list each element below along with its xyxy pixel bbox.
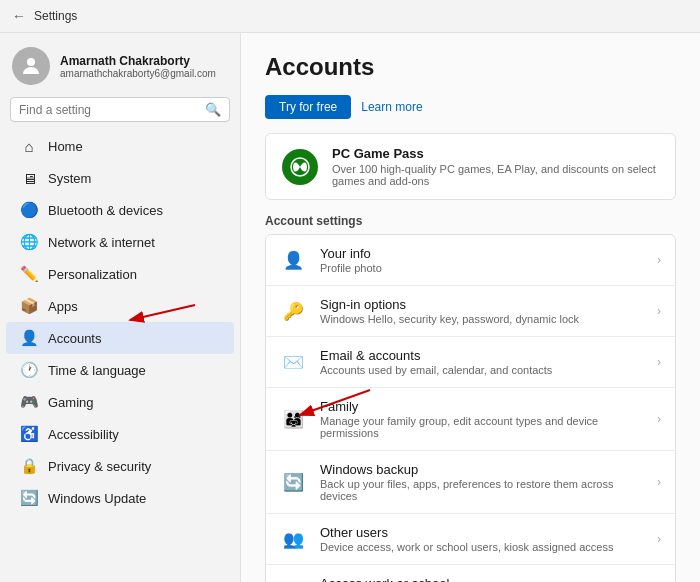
otherusers-description: Device access, work or school users, kio… xyxy=(320,541,613,553)
signin-chevron: › xyxy=(657,304,661,318)
system-icon: 🖥 xyxy=(20,169,38,187)
windowsupdate-icon: 🔄 xyxy=(20,489,38,507)
time-icon: 🕐 xyxy=(20,361,38,379)
settings-item-yourinfo[interactable]: 👤 Your info Profile photo › xyxy=(266,235,675,286)
search-input[interactable] xyxy=(19,103,199,117)
sidebar-item-bluetooth[interactable]: 🔵 Bluetooth & devices xyxy=(6,194,234,226)
backup-icon: 🔄 xyxy=(280,469,306,495)
user-email: amarnathchakraborty6@gmail.com xyxy=(60,68,216,79)
settings-item-otherusers[interactable]: 👥 Other users Device access, work or sch… xyxy=(266,514,675,565)
sidebar-item-apps[interactable]: 📦 Apps xyxy=(6,290,234,322)
family-description: Manage your family group, edit account t… xyxy=(320,415,643,439)
page-title: Accounts xyxy=(265,53,676,81)
sidebar-item-label-windowsupdate: Windows Update xyxy=(48,491,146,506)
title-bar-label: Settings xyxy=(34,9,77,23)
backup-chevron: › xyxy=(657,475,661,489)
sidebar-item-label-bluetooth: Bluetooth & devices xyxy=(48,203,163,218)
settings-list: 👤 Your info Profile photo › 🔑 Sign-in op… xyxy=(265,234,676,582)
settings-item-signin[interactable]: 🔑 Sign-in options Windows Hello, securit… xyxy=(266,286,675,337)
work-icon: 💼 xyxy=(280,577,306,582)
back-button[interactable]: ← xyxy=(12,8,26,24)
backup-description: Back up your files, apps, preferences to… xyxy=(320,478,643,502)
email-icon: ✉️ xyxy=(280,349,306,375)
network-icon: 🌐 xyxy=(20,233,38,251)
avatar xyxy=(12,47,50,85)
sidebar-item-label-apps: Apps xyxy=(48,299,78,314)
settings-item-work[interactable]: 💼 Access work or school Organization res… xyxy=(266,565,675,582)
sidebar-item-privacy[interactable]: 🔒 Privacy & security xyxy=(6,450,234,482)
try-for-free-button[interactable]: Try for free xyxy=(265,95,351,119)
sidebar-item-network[interactable]: 🌐 Network & internet xyxy=(6,226,234,258)
search-icon: 🔍 xyxy=(205,102,221,117)
sidebar-item-label-privacy: Privacy & security xyxy=(48,459,151,474)
yourinfo-chevron: › xyxy=(657,253,661,267)
yourinfo-description: Profile photo xyxy=(320,262,382,274)
promo-actions: Try for free Learn more xyxy=(265,95,676,119)
yourinfo-title: Your info xyxy=(320,246,382,261)
sidebar-item-label-home: Home xyxy=(48,139,83,154)
otherusers-title: Other users xyxy=(320,525,613,540)
yourinfo-icon: 👤 xyxy=(280,247,306,273)
gaming-icon: 🎮 xyxy=(20,393,38,411)
settings-item-backup[interactable]: 🔄 Windows backup Back up your files, app… xyxy=(266,451,675,514)
sidebar: Amarnath Chakraborty amarnathchakraborty… xyxy=(0,33,240,582)
sidebar-item-gaming[interactable]: 🎮 Gaming xyxy=(6,386,234,418)
accounts-icon: 👤 xyxy=(20,329,38,347)
settings-item-email[interactable]: ✉️ Email & accounts Accounts used by ema… xyxy=(266,337,675,388)
sidebar-item-accounts[interactable]: 👤 Accounts xyxy=(6,322,234,354)
sidebar-item-label-network: Network & internet xyxy=(48,235,155,250)
title-bar: ← Settings xyxy=(0,0,700,33)
sidebar-item-accessibility[interactable]: ♿ Accessibility xyxy=(6,418,234,450)
accessibility-icon: ♿ xyxy=(20,425,38,443)
sidebar-item-label-personalization: Personalization xyxy=(48,267,137,282)
xbox-icon xyxy=(282,149,318,185)
family-chevron: › xyxy=(657,412,661,426)
family-title: Family xyxy=(320,399,643,414)
learn-more-link[interactable]: Learn more xyxy=(361,100,422,114)
backup-title: Windows backup xyxy=(320,462,643,477)
privacy-icon: 🔒 xyxy=(20,457,38,475)
bluetooth-icon: 🔵 xyxy=(20,201,38,219)
section-label: Account settings xyxy=(265,214,676,228)
sidebar-item-home[interactable]: ⌂ Home xyxy=(6,130,234,162)
promo-description: Over 100 high-quality PC games, EA Play,… xyxy=(332,163,659,187)
sidebar-item-system[interactable]: 🖥 System xyxy=(6,162,234,194)
otherusers-chevron: › xyxy=(657,532,661,546)
sidebar-item-label-system: System xyxy=(48,171,91,186)
email-title: Email & accounts xyxy=(320,348,552,363)
otherusers-icon: 👥 xyxy=(280,526,306,552)
promo-card[interactable]: PC Game Pass Over 100 high-quality PC ga… xyxy=(265,133,676,200)
home-icon: ⌂ xyxy=(20,137,38,155)
sidebar-item-personalization[interactable]: ✏️ Personalization xyxy=(6,258,234,290)
sidebar-item-label-accounts: Accounts xyxy=(48,331,101,346)
sidebar-item-label-accessibility: Accessibility xyxy=(48,427,119,442)
sidebar-item-windowsupdate[interactable]: 🔄 Windows Update xyxy=(6,482,234,514)
apps-icon: 📦 xyxy=(20,297,38,315)
sidebar-item-label-time: Time & language xyxy=(48,363,146,378)
user-profile[interactable]: Amarnath Chakraborty amarnathchakraborty… xyxy=(0,33,240,97)
search-box[interactable]: 🔍 xyxy=(10,97,230,122)
work-title: Access work or school xyxy=(320,576,579,582)
signin-title: Sign-in options xyxy=(320,297,579,312)
svg-point-0 xyxy=(27,58,35,66)
personalization-icon: ✏️ xyxy=(20,265,38,283)
family-icon: 👨‍👩‍👧 xyxy=(280,406,306,432)
email-description: Accounts used by email, calendar, and co… xyxy=(320,364,552,376)
main-content: Accounts Try for free Learn more PC Game… xyxy=(240,33,700,582)
settings-item-family[interactable]: 👨‍👩‍👧 Family Manage your family group, e… xyxy=(266,388,675,451)
sidebar-item-time[interactable]: 🕐 Time & language xyxy=(6,354,234,386)
signin-description: Windows Hello, security key, password, d… xyxy=(320,313,579,325)
email-chevron: › xyxy=(657,355,661,369)
signin-icon: 🔑 xyxy=(280,298,306,324)
promo-title: PC Game Pass xyxy=(332,146,659,161)
user-name: Amarnath Chakraborty xyxy=(60,54,216,68)
sidebar-item-label-gaming: Gaming xyxy=(48,395,94,410)
nav-list: ⌂ Home 🖥 System 🔵 Bluetooth & devices 🌐 … xyxy=(0,130,240,514)
